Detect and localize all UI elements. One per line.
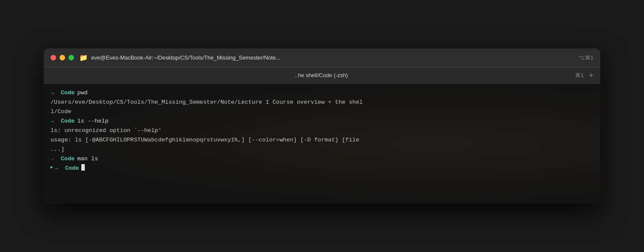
cmd-3: man ls (77, 155, 98, 164)
output-line-5: ...] (51, 145, 593, 154)
tab-bar: ..he shell/Code (-zsh) ⌘1 + (44, 67, 600, 84)
command-line-1: → Code pwd (51, 89, 593, 98)
command-line-active: ▶ → Code (51, 164, 593, 173)
command-line-3: → Code man ls (51, 155, 593, 164)
title-bar: 📁 eve@Eves-MacBook-Air:~/Desktop/CS/Tool… (44, 48, 600, 67)
prompt-label-active: Code (65, 164, 79, 173)
close-button[interactable] (51, 55, 56, 60)
output-line-1: /Users/eve/Desktop/CS/Tools/The_Missing_… (51, 98, 593, 107)
prompt-arrow-active: → (55, 165, 62, 173)
tab-shortcut: ⌘1 (575, 72, 584, 78)
maximize-button[interactable] (69, 55, 74, 60)
output-line-4: usage: ls [-@ABCFGHILOPRSTUWabcdefghiklm… (51, 136, 593, 145)
terminal-cursor (81, 164, 85, 171)
cmd-2: ls --help (77, 117, 108, 126)
tab-actions: ⌘1 + (575, 72, 593, 79)
output-line-3: ls: unrecognized option `--help' (51, 126, 593, 135)
command-line-2: → Code ls --help (51, 117, 593, 126)
prompt-arrow-1: → (51, 89, 57, 98)
cmd-1: pwd (77, 89, 87, 98)
prompt-label-2: Code (61, 117, 75, 126)
new-tab-button[interactable]: + (589, 72, 593, 79)
tab-title[interactable]: ..he shell/Code (-zsh) (68, 72, 575, 78)
window-shortcut: ⌥⌘1 (578, 54, 593, 61)
folder-icon: 📁 (79, 54, 88, 62)
minimize-button[interactable] (60, 55, 65, 60)
traffic-lights (51, 55, 74, 60)
prompt-arrow-3: → (51, 155, 57, 164)
prompt-triangle-active: ▶ (51, 164, 53, 171)
window-title: eve@Eves-MacBook-Air:~/Desktop/CS/Tools/… (91, 54, 578, 61)
output-line-2: l/Code (51, 108, 593, 117)
terminal-content[interactable]: → Code pwd /Users/eve/Desktop/CS/Tools/T… (44, 84, 600, 204)
prompt-label-1: Code (61, 89, 75, 98)
prompt-arrow-2: → (51, 117, 57, 126)
prompt-label-3: Code (61, 155, 75, 164)
terminal-window: 📁 eve@Eves-MacBook-Air:~/Desktop/CS/Tool… (44, 48, 600, 204)
